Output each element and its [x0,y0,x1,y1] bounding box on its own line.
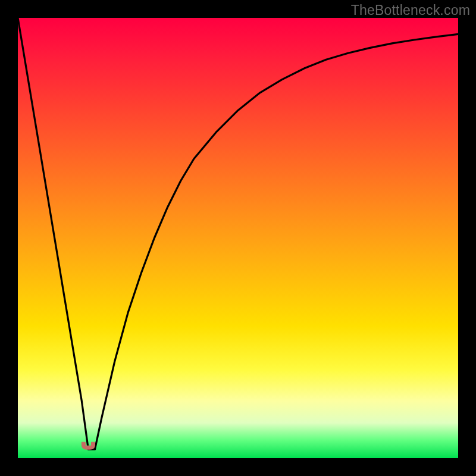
bottleneck-curve [18,18,458,449]
chart-frame: TheBottleneck.com [0,0,476,476]
curve-svg [18,18,458,458]
optimum-marker [82,442,95,449]
plot-area [18,18,458,458]
watermark-text: TheBottleneck.com [351,2,470,18]
